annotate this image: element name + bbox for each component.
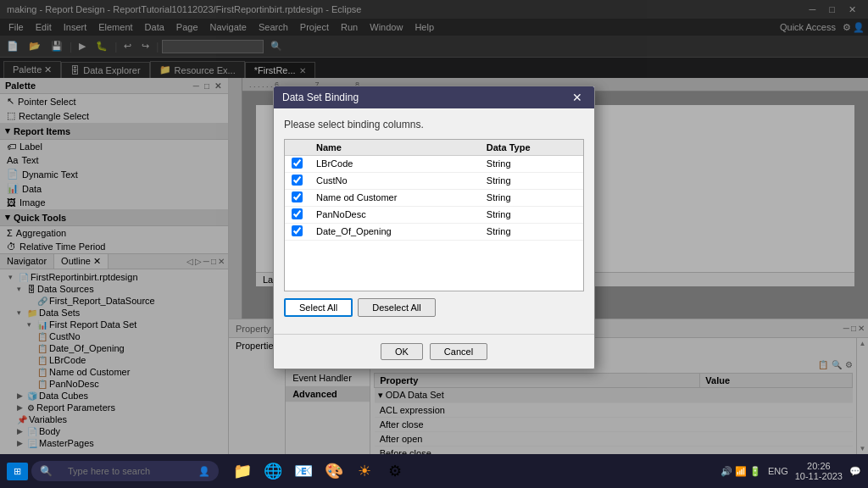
- checkbox-col-header: [285, 140, 309, 156]
- table-row: PanNoDesc String: [285, 206, 583, 223]
- modal-instruction: Please select binding columns.: [284, 119, 584, 130]
- row3-checkbox[interactable]: [292, 208, 303, 219]
- type-col-header: Data Type: [480, 140, 583, 156]
- row0-checkbox[interactable]: [292, 158, 303, 169]
- modal-columns-table: Name Data Type LBrCode String CustNo: [285, 140, 583, 241]
- modal-top-actions: Select All Deselect All: [284, 298, 584, 317]
- row1-checkbox-cell[interactable]: [285, 172, 309, 189]
- table-row: LBrCode String: [285, 155, 583, 172]
- table-row: Date_Of_Opening String: [285, 223, 583, 240]
- row0-checkbox-cell[interactable]: [285, 155, 309, 172]
- row0-type: String: [480, 155, 583, 172]
- modal-body: Please select binding columns. Name Data…: [274, 108, 594, 327]
- select-all-button[interactable]: Select All: [284, 298, 353, 317]
- modal-table-container: Name Data Type LBrCode String CustNo: [284, 139, 584, 291]
- modal-close-btn[interactable]: ✕: [569, 91, 586, 104]
- modal-title: Data Set Binding: [282, 92, 359, 103]
- modal-bottom-actions: OK Cancel: [274, 334, 594, 369]
- modal-table-header: Name Data Type: [285, 140, 583, 156]
- row2-checkbox-cell[interactable]: [285, 189, 309, 206]
- row4-checkbox[interactable]: [292, 225, 303, 236]
- row2-name: Name od Customer: [309, 189, 480, 206]
- row2-checkbox[interactable]: [292, 191, 303, 202]
- row1-type: String: [480, 172, 583, 189]
- row0-name: LBrCode: [309, 155, 480, 172]
- table-row: CustNo String: [285, 172, 583, 189]
- row4-type: String: [480, 223, 583, 240]
- table-row: Name od Customer String: [285, 189, 583, 206]
- row1-name: CustNo: [309, 172, 480, 189]
- row3-name: PanNoDesc: [309, 206, 480, 223]
- row3-checkbox-cell[interactable]: [285, 206, 309, 223]
- modal-overlay: Data Set Binding ✕ Please select binding…: [0, 0, 868, 454]
- modal-titlebar: Data Set Binding ✕: [274, 86, 594, 108]
- row2-type: String: [480, 189, 583, 206]
- row4-name: Date_Of_Opening: [309, 223, 480, 240]
- row4-checkbox-cell[interactable]: [285, 223, 309, 240]
- cancel-button[interactable]: Cancel: [430, 343, 487, 360]
- deselect-all-button[interactable]: Deselect All: [358, 298, 435, 317]
- row1-checkbox[interactable]: [292, 175, 303, 186]
- name-col-header: Name: [309, 140, 480, 156]
- data-set-binding-modal: Data Set Binding ✕ Please select binding…: [273, 86, 595, 369]
- row3-type: String: [480, 206, 583, 223]
- ok-button[interactable]: OK: [381, 343, 423, 360]
